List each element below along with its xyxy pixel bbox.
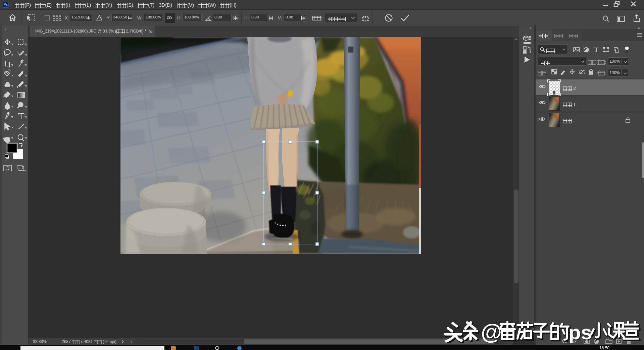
svg-text:@: @ bbox=[481, 320, 502, 343]
svg-text:ps: ps bbox=[568, 321, 592, 343]
